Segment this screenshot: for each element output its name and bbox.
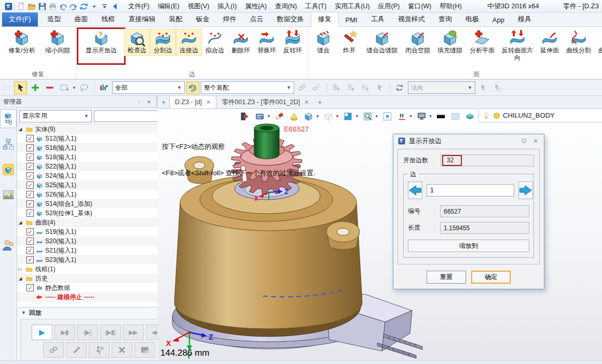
menu-item[interactable]: 插入(I) bbox=[213, 1, 241, 12]
back-icon[interactable] bbox=[110, 1, 120, 11]
chain-gear-icon[interactable] bbox=[310, 81, 323, 94]
ribbon-tab[interactable]: 查询 bbox=[432, 12, 459, 26]
menu-item[interactable]: 帮助(H) bbox=[435, 1, 466, 12]
ribbon-tab[interactable]: App bbox=[486, 14, 511, 26]
ribbon-tab[interactable]: 造型 bbox=[41, 12, 68, 26]
playback-card-button[interactable] bbox=[134, 342, 155, 358]
cursor-gray-icon[interactable] bbox=[374, 81, 387, 94]
chevron-down-icon[interactable]: ▼ bbox=[409, 114, 413, 119]
playback-step-forward-button[interactable]: ▶▮ bbox=[54, 325, 75, 340]
visibility-checkbox[interactable]: ✓ bbox=[26, 237, 34, 245]
sew-edge-gap-button[interactable]: 缝合边缝隙 bbox=[362, 29, 402, 56]
ribbon-tab[interactable]: 曲面 bbox=[68, 12, 95, 26]
twist-icon[interactable]: ◢ bbox=[17, 276, 23, 281]
sew-button[interactable]: 缝合 bbox=[310, 29, 336, 56]
redo-icon[interactable] bbox=[68, 1, 78, 11]
chevron-down-icon[interactable]: ▼ bbox=[335, 114, 339, 119]
dialog-close-icon[interactable]: ✕ bbox=[531, 138, 540, 145]
save-icon[interactable] bbox=[37, 1, 47, 11]
add-icon[interactable] bbox=[29, 81, 42, 94]
playback-chain-button[interactable] bbox=[43, 342, 64, 358]
cursor2-icon[interactable] bbox=[477, 81, 490, 94]
connect-edge-button[interactable]: 连接边 bbox=[176, 29, 202, 56]
split-edge-button[interactable]: 分割边 bbox=[150, 29, 176, 56]
twist-icon[interactable]: ▷ bbox=[17, 267, 23, 272]
tree-item[interactable]: ✓S20(输入1) bbox=[17, 236, 172, 246]
tree-item[interactable]: ✓S24(输入1) bbox=[17, 171, 172, 180]
fit-edge-button[interactable]: 拟合边 bbox=[202, 29, 228, 56]
solid-tab-icon[interactable] bbox=[0, 160, 17, 179]
face-split-button[interactable]: 曲面分割 bbox=[595, 29, 602, 56]
twist-icon[interactable]: ◢ bbox=[17, 220, 23, 225]
menu-item[interactable]: 编辑(E) bbox=[154, 1, 184, 12]
chevron-down-icon[interactable]: ▼ bbox=[375, 114, 379, 119]
panel-close-icon[interactable]: ✕ bbox=[145, 98, 153, 105]
cursor-gear-icon[interactable] bbox=[491, 81, 504, 94]
list-pick-icon[interactable] bbox=[330, 81, 343, 94]
ribbon-tab[interactable]: 焊件 bbox=[216, 12, 243, 26]
ribbon-tab[interactable]: 直接编辑 bbox=[122, 12, 162, 26]
tree-item[interactable]: ✓S26(输入1) bbox=[17, 190, 172, 199]
scope-dropdown[interactable]: 整个装配▼ bbox=[201, 81, 294, 94]
visibility-checkbox[interactable]: ✓ bbox=[26, 256, 34, 263]
tree-item[interactable]: ✓S29(拉伸1_基体) bbox=[17, 208, 172, 218]
ok-button[interactable]: 确定 bbox=[471, 271, 511, 284]
chevron-down-icon[interactable]: ▼ bbox=[355, 114, 359, 119]
visibility-checkbox[interactable]: ✓ bbox=[26, 284, 34, 291]
chevron-down-icon[interactable]: ▼ bbox=[316, 114, 320, 119]
tree-folder[interactable]: ▷线框(1) bbox=[17, 264, 172, 274]
ribbon-tab[interactable]: 点云 bbox=[243, 12, 270, 26]
menu-item[interactable]: 工具(T) bbox=[301, 1, 331, 12]
tree-item[interactable]: ✓S21(输入1) bbox=[17, 246, 172, 255]
ribbon-tab[interactable]: 数据交换 bbox=[270, 12, 311, 26]
caret-down[interactable] bbox=[89, 1, 99, 11]
ribbon-tab[interactable]: 电极 bbox=[459, 12, 486, 26]
close-gap-button[interactable]: 闭合空隙 bbox=[402, 29, 434, 56]
tab-close-icon[interactable]: ✕ bbox=[304, 99, 309, 106]
visibility-checkbox[interactable]: ✓ bbox=[26, 200, 34, 207]
tree-item[interactable]: ✓S19(输入1) bbox=[17, 227, 172, 236]
explode-button[interactable]: 炸开 bbox=[336, 29, 362, 56]
orient-icon[interactable] bbox=[393, 81, 406, 94]
menu-item[interactable]: 查询(N) bbox=[271, 1, 301, 12]
playback-play-button[interactable]: ▶ bbox=[32, 325, 52, 340]
menu-item[interactable]: 应用(P) bbox=[374, 1, 404, 12]
document-tab[interactable]: D.Z3 - [d]✕ bbox=[169, 96, 216, 108]
visibility-checkbox[interactable]: ✓ bbox=[26, 163, 34, 170]
chevron-down-icon[interactable]: ▼ bbox=[267, 114, 271, 119]
remove-icon[interactable] bbox=[43, 81, 56, 94]
twist-icon[interactable]: ◢ bbox=[17, 127, 23, 132]
playback-step-group-button[interactable]: (▶▮) bbox=[100, 325, 121, 340]
zoom-to-button[interactable]: 缩放到 bbox=[408, 240, 529, 252]
repair-analyze-button[interactable]: 修复/分析 bbox=[2, 29, 42, 56]
curve-split-button[interactable]: 曲线分割 bbox=[563, 29, 595, 56]
visibility-checkbox[interactable]: ✓ bbox=[26, 191, 34, 198]
visibility-checkbox[interactable]: ✓ bbox=[26, 247, 34, 254]
print-icon[interactable] bbox=[47, 1, 58, 11]
playback-walk-button[interactable] bbox=[89, 342, 110, 358]
ribbon-tab[interactable]: 视觉样式 bbox=[391, 12, 432, 26]
list-pick2-icon[interactable] bbox=[345, 81, 358, 94]
menu-item[interactable]: 视图(V) bbox=[184, 1, 214, 12]
sync-icon[interactable] bbox=[78, 1, 89, 11]
visibility-checkbox[interactable]: ✓ bbox=[26, 209, 34, 217]
ribbon-tab[interactable]: 装配 bbox=[162, 12, 189, 26]
ribbon-tab[interactable]: 钣金 bbox=[189, 12, 216, 26]
tree-item[interactable]: ✓S12(输入1) bbox=[17, 134, 172, 143]
tree-filter-dropdown[interactable]: 显示常用 ▼ bbox=[19, 110, 92, 122]
tree-item[interactable]: ✓S22(输入1) bbox=[17, 162, 172, 171]
tree-item[interactable]: ✓S16(输入1) bbox=[17, 143, 172, 152]
next-edge-button[interactable] bbox=[518, 181, 533, 199]
fill-gap-button[interactable]: 填充缝隙 bbox=[434, 29, 466, 56]
lasso-icon[interactable] bbox=[78, 81, 91, 94]
visibility-checkbox[interactable]: ✓ bbox=[26, 228, 34, 235]
ribbon-tab[interactable]: 工具 bbox=[364, 12, 391, 26]
panel-restore-icon[interactable]: ▫ bbox=[135, 98, 143, 105]
tab-close-icon[interactable]: ✕ bbox=[206, 99, 211, 106]
new-tab-icon[interactable]: + bbox=[314, 96, 325, 108]
chevron-down-icon[interactable]: ▼ bbox=[429, 114, 433, 119]
document-tab[interactable]: 零件001.Z3 - [零件001_2D]✕ bbox=[216, 96, 314, 108]
delete-loop-button[interactable]: 删除环 bbox=[228, 29, 254, 56]
playback-fast-forward-button[interactable]: ▶▶ bbox=[123, 325, 144, 340]
entity-filter-dropdown[interactable]: 全部▼ bbox=[112, 81, 185, 94]
